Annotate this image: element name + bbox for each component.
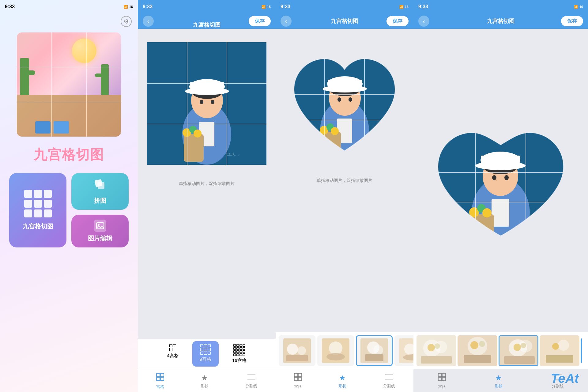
photo-thumbnails-row: [413, 332, 588, 369]
cell: [236, 347, 239, 350]
preview-top: [17, 32, 121, 95]
grid-16-option[interactable]: 16宫格: [225, 341, 254, 367]
puzzle-button[interactable]: 拼图: [71, 173, 129, 210]
heart-preview-large: ユス...: [413, 29, 588, 332]
status-icons-panel4: 📶 16: [574, 5, 583, 9]
svg-point-77: [482, 208, 492, 217]
nav-shape-panel3[interactable]: ★ 形状: [338, 374, 346, 389]
grid-4-option[interactable]: 4宫格: [160, 341, 186, 367]
photo-thumb-3-selected[interactable]: [499, 335, 538, 366]
image-edit-button[interactable]: 图片编辑: [71, 215, 129, 247]
signal-icon-p2: 📶: [262, 5, 266, 9]
svg-point-49: [287, 344, 298, 355]
shape-thumbnails-row: [276, 332, 413, 369]
grid-9-option[interactable]: 9宫格: [192, 341, 219, 367]
grid-4-label: 4宫格: [167, 353, 179, 359]
svg-point-112: [552, 343, 559, 350]
time-panel2: 9:33: [143, 4, 153, 9]
grid-9-label: 9宫格: [200, 356, 211, 362]
cell: [204, 348, 207, 351]
back-button-panel2[interactable]: ‹: [143, 16, 154, 27]
nav-divider-panel3[interactable]: 分割线: [383, 374, 395, 389]
nav-grid-panel2[interactable]: 宫格: [156, 373, 164, 390]
svg-rect-23: [160, 377, 164, 381]
cell: [233, 353, 236, 356]
svg-rect-115: [438, 377, 442, 381]
feature-buttons-grid: 九宫格切图 拼图 图片编辑: [0, 173, 138, 247]
svg-point-101: [479, 341, 485, 347]
nav-shape-label-p3: 形状: [338, 383, 346, 389]
svg-rect-63: [294, 373, 298, 377]
image-preview-area-panel2: ユス...: [138, 29, 276, 178]
time-panel3: 9:33: [281, 4, 290, 9]
battery-text: 16: [129, 5, 133, 9]
nav-shape-panel2[interactable]: ★ 形状: [201, 374, 209, 389]
shape-thumb-3-selected[interactable]: [356, 335, 393, 366]
app-content-panel2: 9:33 📶 15 ‹ 九宫格切图 保存: [138, 0, 276, 392]
star-nav-icon: ★: [201, 374, 208, 382]
grid-dot: [34, 190, 42, 198]
nav-divider-panel2[interactable]: 分割线: [245, 374, 257, 389]
svg-point-107: [521, 343, 526, 348]
back-button-panel3[interactable]: ‹: [281, 16, 292, 27]
cell: [233, 347, 236, 350]
svg-point-34: [331, 127, 339, 135]
cell: [169, 344, 172, 347]
cell: [239, 347, 242, 350]
back-button-panel4[interactable]: ‹: [418, 16, 429, 27]
photo-thumb-2[interactable]: [458, 335, 497, 366]
battery-text-p3: 16: [405, 5, 409, 9]
battery-text-p4: 16: [579, 5, 583, 9]
status-bar-panel4: 9:33 📶 16: [413, 0, 588, 13]
svg-point-53: [329, 341, 342, 355]
cell: [243, 353, 245, 356]
panel-shape-selection: 9:33 📶 16 ‹ 九宫格切图 保存: [413, 0, 588, 392]
grid-16-icon: [233, 344, 245, 356]
grid-nav-icon-p3: [294, 373, 302, 383]
grid-nav-icon-p4: [438, 373, 446, 383]
svg-point-17: [200, 100, 203, 104]
cell: [239, 344, 242, 347]
shape-thumb-1[interactable]: [279, 335, 315, 366]
save-button-panel4[interactable]: 保存: [561, 16, 583, 26]
svg-rect-58: [365, 354, 383, 361]
nav-shape-panel4[interactable]: ★ 形状: [495, 374, 503, 389]
cell: [173, 344, 176, 347]
grid-dot: [34, 200, 42, 208]
panel-grid-cutter: 9:33 📶 15 ‹ 九宫格切图 保存: [138, 0, 276, 392]
nav-grid-panel4[interactable]: 宫格: [438, 373, 446, 390]
grid-icon-3x3: [24, 190, 52, 217]
cell: [236, 350, 239, 353]
cell: [169, 348, 172, 351]
save-button-panel3[interactable]: 保存: [386, 16, 409, 26]
time-panel4: 9:33: [418, 4, 428, 9]
svg-rect-51: [286, 355, 308, 361]
heart-preview-svg: ユス...: [285, 40, 404, 163]
star-nav-icon-p3: ★: [339, 374, 346, 382]
svg-rect-65: [294, 377, 298, 381]
preview-bottom: [17, 95, 121, 137]
svg-point-83: [475, 161, 526, 170]
photo-thumb-4[interactable]: [540, 335, 579, 366]
heart-preview-area: ユス...: [276, 29, 413, 175]
shape-thumb-4[interactable]: [394, 335, 413, 366]
photo-thumb-1[interactable]: [417, 335, 456, 366]
svg-point-110: [558, 340, 569, 351]
cell: [243, 350, 245, 353]
cell: [200, 344, 203, 347]
svg-point-42: [349, 97, 352, 102]
signal-icon-p4: 📶: [574, 5, 578, 9]
nine-grid-button[interactable]: 九宫格切图: [9, 173, 66, 247]
save-button-panel2[interactable]: 保存: [249, 16, 271, 26]
status-bar-panel2: 9:33 📶 15: [138, 0, 276, 13]
settings-button[interactable]: ⚙: [121, 16, 132, 27]
shape-thumb-2[interactable]: [317, 335, 354, 366]
svg-rect-64: [298, 373, 302, 377]
cactus-right: [101, 64, 109, 95]
nav-grid-panel3[interactable]: 宫格: [294, 373, 302, 390]
svg-point-96: [435, 343, 440, 349]
app-header-panel3: ‹ 九宫格切图 保存: [276, 13, 413, 29]
cell: [208, 348, 211, 351]
bottom-nav-panel2: 宫格 ★ 形状 分割线: [138, 369, 276, 392]
svg-rect-2: [96, 223, 104, 229]
